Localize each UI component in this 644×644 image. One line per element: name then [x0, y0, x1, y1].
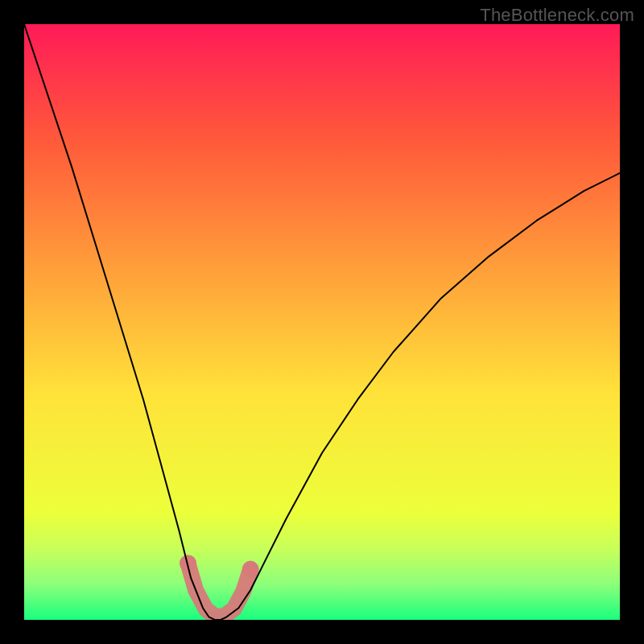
svg-point-1: [242, 561, 259, 578]
watermark-text: TheBottleneck.com: [480, 5, 634, 26]
chart-frame: TheBottleneck.com: [0, 0, 644, 644]
plot-area: [24, 24, 620, 620]
chart-svg: [24, 24, 620, 620]
chart-background: [24, 24, 620, 620]
